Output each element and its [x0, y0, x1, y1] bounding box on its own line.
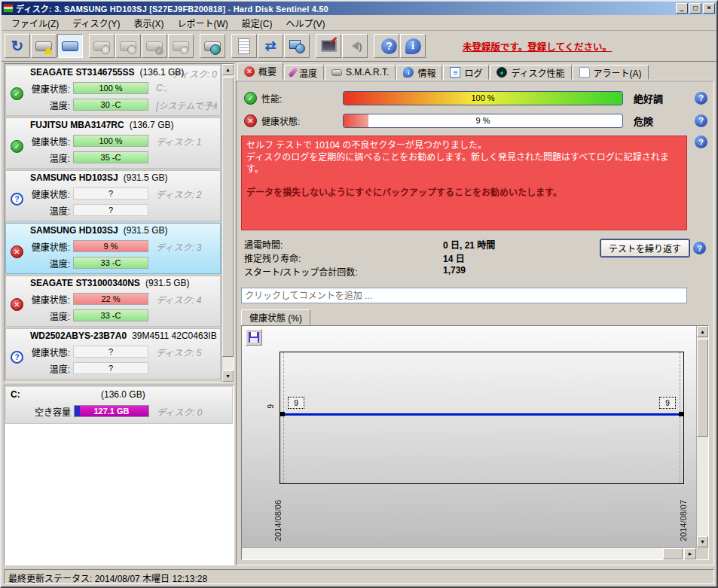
scroll-right-icon[interactable]: ► [684, 548, 696, 559]
tab[interactable]: 概要 [237, 62, 283, 80]
disk-header: WD2502ABYS-23B7A0 39M4511 42C0463IB [9, 331, 217, 343]
tab[interactable]: 温度 [284, 65, 324, 80]
health-bar: ? [73, 187, 148, 200]
report-button[interactable] [231, 34, 257, 58]
minimize-button[interactable]: _ [676, 3, 688, 14]
scrollbar-thumb[interactable] [663, 548, 683, 559]
sync-button[interactable] [258, 34, 283, 58]
status-ok-icon [11, 87, 23, 100]
tab[interactable]: ディスク性能 [490, 65, 571, 80]
register-link[interactable]: 未登録版です。登録してください。 [463, 39, 612, 53]
stat-label: スタート/ストップ合計回数: [241, 265, 443, 279]
chart-horizontal-scrollbar[interactable]: ► [242, 547, 696, 559]
refresh-button[interactable] [5, 34, 30, 58]
menu-item[interactable]: ヘルプ(V) [280, 14, 332, 32]
scrollbar-thumb[interactable] [222, 77, 234, 357]
speaker-button[interactable] [342, 34, 368, 58]
disk-list-item[interactable]: FUJITSU MBA3147RC (136.7 GB) 健康状態: 100 % [5, 117, 221, 169]
disk-list-item[interactable]: SEAGATE ST31000340NS (931.5 GB) 健康状態: 22… [5, 276, 221, 327]
remote-computer [319, 38, 338, 54]
disk-timer [119, 38, 137, 54]
info-button[interactable] [400, 34, 426, 58]
toolbar: 未登録版です。登録してください。 [2, 31, 716, 62]
help-button[interactable] [374, 34, 399, 58]
disk-size: (136.1 GB) [140, 67, 185, 78]
tab[interactable]: アラート(A) [573, 65, 649, 80]
chart-tab-health[interactable]: 健康状態 (%) [241, 309, 310, 325]
tab-label: S.M.A.R.T. [346, 67, 389, 78]
disk-globe [203, 38, 222, 54]
health-right-label: ディスク: 1 [156, 135, 202, 148]
menu-item[interactable]: ディスク(Y) [66, 14, 127, 32]
disk-list-scrollbar[interactable]: ▲ ▼ [222, 64, 234, 382]
disk-list-panel: ディスク: 0 SEAGATE ST3146755SS (136.1 GB) 健… [4, 63, 234, 382]
tab-label: 温度 [299, 66, 317, 79]
remote-computer-button[interactable] [316, 34, 341, 58]
scroll-down-icon[interactable]: ▼ [697, 536, 708, 547]
scrollbar-thumb[interactable] [697, 339, 708, 437]
network-button[interactable] [284, 34, 310, 58]
close-button[interactable]: × [703, 3, 715, 14]
gridline [283, 352, 284, 483]
temperature-label: 温度: [26, 362, 70, 375]
disk-warning-button[interactable] [31, 34, 57, 58]
tab[interactable]: S.M.A.R.T. [325, 65, 396, 80]
stat-value: 0 日, 21 時間 [443, 238, 495, 251]
data-point-label: 9 [659, 397, 676, 409]
disk-size: 39M4511 42C0463IB [132, 331, 217, 341]
temperature-label: 温度: [26, 99, 70, 111]
health-series-line [280, 413, 683, 416]
tab[interactable]: ログ [443, 65, 489, 80]
disk-model: SEAGATE ST3146755SS [30, 67, 135, 78]
free-space-label: 空き容量 [11, 405, 71, 418]
menu-item[interactable]: ファイル(Z) [5, 14, 66, 32]
network [288, 38, 306, 54]
disk-globe-button[interactable] [200, 34, 225, 58]
disk-list-item[interactable]: ディスク: 0 SEAGATE ST3146755SS (136.1 GB) 健… [5, 65, 221, 116]
tab[interactable]: 情報 [396, 65, 442, 80]
disk-clock [93, 38, 111, 54]
free-space-bar: 127.1 GB [74, 405, 149, 417]
scroll-up-icon[interactable]: ▲ [222, 64, 234, 75]
disk-list-item[interactable]: WD2502ABYS-23B7A0 39M4511 42C0463IB 健康状態… [5, 328, 221, 379]
volume-item[interactable]: C: (136.0 GB) 空き容量 127.1 GB ディスク: 0 [5, 386, 233, 424]
help-icon[interactable] [695, 92, 707, 105]
disk-check-button[interactable] [142, 34, 167, 58]
left-panel: ディスク: 0 SEAGATE ST3146755SS (136.1 GB) 健… [4, 63, 234, 565]
repeat-test-button[interactable]: テストを繰り返す [600, 239, 689, 257]
status-unknown-icon [11, 351, 23, 364]
data-point-label: 9 [288, 397, 304, 409]
temperature-label: 温度: [26, 309, 70, 322]
comment-input[interactable] [241, 288, 687, 303]
disk-overview-button[interactable] [57, 34, 83, 58]
plot-area: 9 9 [280, 352, 684, 484]
disk-list-item[interactable]: SAMSUNG HD103SJ (931.5 GB) 健康状態: 9 % ディス… [5, 223, 221, 274]
maximize-button[interactable]: □ [689, 3, 701, 14]
scrollbar-corner [696, 547, 708, 559]
temperature-label: 温度: [26, 204, 70, 217]
chart-vertical-scrollbar[interactable]: ▲ ▼ [696, 326, 708, 547]
gridline [680, 352, 680, 483]
help [381, 38, 397, 54]
disk-timer-button[interactable] [115, 34, 141, 58]
help-icon[interactable] [695, 136, 707, 148]
menu-item[interactable]: レポート(W) [171, 14, 235, 32]
scroll-up-icon[interactable]: ▲ [697, 326, 708, 337]
help-icon[interactable] [695, 114, 707, 127]
menu-item[interactable]: 表示(X) [127, 14, 171, 32]
disk-list-item[interactable]: SAMSUNG HD103SJ (931.5 GB) 健康状態: ? ディスク: [5, 170, 221, 221]
disk-search-button[interactable] [168, 34, 194, 58]
app-window: ディスク: 3. SAMSUNG HD103SJ [S27EJ9FB200818… [0, 0, 718, 588]
info-icon [403, 67, 414, 78]
health-label: 健康状態: [26, 135, 70, 148]
scroll-down-icon[interactable]: ▼ [222, 370, 234, 382]
disk-model: SEAGATE ST31000340NS [30, 278, 140, 288]
chart-save-button[interactable] [246, 329, 262, 346]
health-status: 危険 [634, 114, 653, 128]
main-area: ディスク: 0 SEAGATE ST3146755SS (136.1 GB) 健… [2, 62, 716, 567]
help-icon[interactable] [693, 242, 706, 254]
menu-item[interactable]: 設定(C) [235, 14, 280, 32]
disk-clock-button[interactable] [89, 34, 115, 58]
chart-tab-bar: 健康状態 (%) [241, 309, 709, 325]
title-bar: ディスク: 3. SAMSUNG HD103SJ [S27EJ9FB200818… [2, 2, 716, 15]
